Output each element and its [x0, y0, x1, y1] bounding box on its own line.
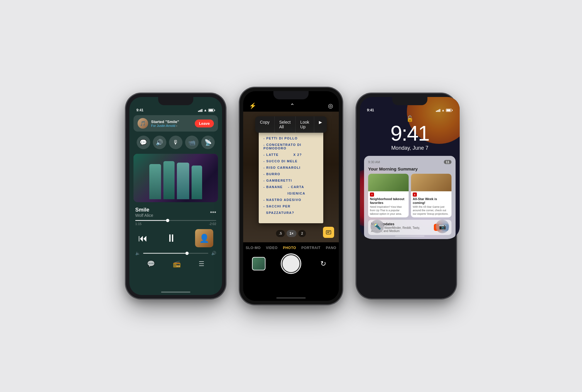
p1-notification[interactable]: 🎵 Started "Smile" For Justin Arnold › Le… — [133, 115, 218, 132]
p2-mode-pano[interactable]: PANO — [326, 246, 336, 250]
p2-zoom-2[interactable]: 2 — [298, 230, 306, 237]
p2-photo-thumbnail[interactable] — [252, 257, 265, 270]
phone2-screen: - PETTI DI POLLO - CONCENTRATO DI POMODO… — [243, 91, 339, 301]
p2-copy-button[interactable]: Copy — [255, 116, 275, 133]
p3-content: 9:41 ▲ — [360, 97, 460, 239]
phone-2: - PETTI DI POLLO - CONCENTRATO DI POMODO… — [240, 88, 342, 304]
p1-share-button[interactable]: 📡 — [201, 136, 215, 149]
wifi-icon: ▲ — [204, 108, 207, 112]
p2-select-all-button[interactable]: Select All — [275, 116, 296, 133]
p1-mic-button[interactable]: 🎙 — [169, 136, 182, 149]
p1-chat-button[interactable]: 💬 — [137, 136, 150, 149]
p3-news-source-1: T — [368, 191, 409, 197]
p1-status-icons: ▲ — [198, 108, 215, 112]
p3-notif-title: Your Morning Summary — [368, 166, 451, 171]
p1-leave-button[interactable]: Leave — [195, 120, 214, 127]
phone2-volume-down-button[interactable] — [239, 157, 240, 175]
p2-mode-slomo[interactable]: SLO-MO — [246, 246, 261, 250]
p1-notif-sub: For Justin Arnold › — [151, 124, 192, 127]
phone3-mute-button[interactable] — [356, 129, 356, 138]
p2-live-text-button[interactable] — [323, 227, 334, 238]
p2-mode-video[interactable]: VIDEO — [266, 246, 278, 250]
p1-video-button[interactable]: 📹 — [185, 136, 199, 149]
signal-icon — [198, 108, 202, 112]
phones-container: 9:41 ▲ 🎵 — [108, 70, 474, 322]
p1-queue-button[interactable]: ☰ — [199, 260, 204, 268]
p2-chevron-up-icon[interactable]: ⌃ — [290, 102, 295, 109]
power-button[interactable] — [226, 146, 226, 173]
p2-more-menu-button[interactable]: ▶ — [314, 116, 327, 133]
p1-song-info: Smile Wolf Alice ••• — [129, 204, 222, 219]
p2-mode-photo[interactable]: PHOTO — [283, 246, 296, 250]
p1-song-title: Smile — [135, 207, 153, 213]
note-line-2: - CONCENTRATO DI POMODORO — [263, 143, 319, 150]
phone-3: 9:41 ▲ — [356, 93, 456, 299]
note-line-5: - RISO CARNAROLI — [263, 166, 319, 169]
p3-notif-header: 9:30 AM 11 — [368, 160, 451, 164]
p3-flashlight-button[interactable]: 🔦 — [370, 220, 384, 233]
phone3-volume-up-button[interactable] — [356, 142, 356, 159]
p1-user-avatar: 👤 — [195, 229, 213, 247]
volume-down-button[interactable] — [125, 163, 126, 181]
phone2-power-button[interactable] — [342, 140, 343, 167]
p1-bottom-bar: 💬 📻 ☰ — [129, 257, 222, 277]
p3-news-headline-2: All-Star Week is coming! — [411, 197, 451, 205]
p3-wifi-icon: ▲ — [441, 108, 445, 112]
p3-notif-time: 9:30 AM — [368, 160, 380, 164]
note-line-8: - BANANE - CARTA — [263, 185, 319, 189]
volume-up-button[interactable] — [125, 142, 126, 159]
p3-news-item-1[interactable]: T Neighborhood takeout favorites Need in… — [368, 174, 409, 217]
p2-home-indicator — [276, 297, 306, 299]
phone3-notch — [392, 97, 427, 105]
phone2-notch — [273, 91, 309, 99]
phone2-mute-button[interactable] — [239, 123, 240, 132]
p1-time-elapsed: 1:15 — [135, 222, 141, 226]
phone1-screen: 9:41 ▲ 🎵 — [129, 97, 222, 295]
p1-volume-bar[interactable] — [143, 253, 208, 254]
p1-pause-button[interactable]: ⏸ — [166, 232, 177, 244]
p3-news-img-1 — [368, 174, 409, 191]
note-line-1: - PETTI DI POLLO — [263, 137, 319, 140]
note-line-12: SPAZZATURA? — [263, 211, 319, 214]
p1-time-remaining: -2:02 — [209, 222, 216, 226]
album-figures — [133, 154, 218, 202]
p3-camera-button[interactable]: 📷 — [436, 220, 449, 233]
p1-airplay-button[interactable]: 📻 — [173, 260, 181, 268]
p2-zoom-05[interactable]: .5 — [276, 230, 285, 237]
p1-progress-fill — [135, 220, 166, 221]
p2-options-icon[interactable]: ◎ — [328, 102, 333, 109]
p1-times: 1:15 -2:02 — [135, 222, 216, 226]
note-line-11: - SACCHI PER — [263, 204, 319, 208]
p1-controls-row: 💬 🔊 🎙 📹 📡 — [129, 133, 222, 152]
note-line-7: - GAMBERETTI — [263, 179, 319, 182]
p1-progress[interactable]: 1:15 -2:02 — [129, 219, 222, 227]
p2-camera-controls: SLO-MO VIDEO PHOTO PORTRAIT PANO ↻ — [243, 242, 339, 301]
note-line-6: - BURRO — [263, 172, 319, 176]
p1-volume-min-icon: 🔈 — [135, 251, 140, 255]
p2-shutter-button[interactable] — [281, 253, 301, 274]
p3-notif-badge: 11 — [444, 160, 451, 164]
p2-flip-camera-button[interactable]: ↻ — [317, 257, 330, 270]
phone3-volume-down-button[interactable] — [356, 163, 356, 181]
p1-song-artist: Wolf Alice — [135, 213, 153, 218]
p2-zoom-1x[interactable]: 1× — [287, 230, 297, 237]
p2-note-paper: - PETTI DI POLLO - CONCENTRATO DI POMODO… — [259, 131, 323, 223]
p1-time: 9:41 — [136, 108, 143, 112]
p1-lyrics-button[interactable]: 💬 — [147, 260, 155, 268]
p2-shutter-inner — [282, 255, 300, 272]
p1-progress-bar[interactable] — [135, 220, 216, 221]
p1-rewind-button[interactable]: ⏮ — [138, 233, 148, 244]
mute-button[interactable] — [125, 129, 126, 138]
p2-mode-portrait[interactable]: PORTRAIT — [301, 246, 320, 250]
battery-icon — [208, 109, 215, 112]
p1-volume-max-icon: 🔊 — [211, 251, 216, 255]
p2-flash-icon[interactable]: ⚡ — [249, 102, 256, 109]
p1-audio-button[interactable]: 🔊 — [153, 136, 166, 149]
note-line-4: - SUCCO DI MELE — [263, 159, 319, 163]
phone2-volume-up-button[interactable] — [239, 136, 240, 154]
p1-more-button[interactable]: ••• — [210, 209, 216, 216]
p2-look-up-button[interactable]: Look Up — [296, 116, 314, 133]
p3-news-item-2[interactable]: E All-Star Week is coming! With the All-… — [411, 174, 451, 217]
p3-home-indicator — [395, 236, 424, 237]
p3-time-status: 9:41 — [367, 108, 374, 112]
